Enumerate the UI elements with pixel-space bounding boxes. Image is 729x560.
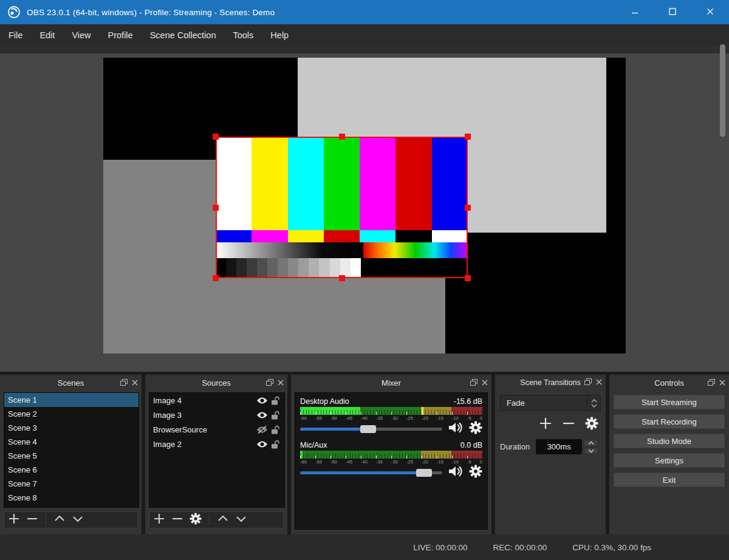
- close-button[interactable]: [691, 0, 729, 24]
- visibility-eye-icon[interactable]: [255, 397, 269, 405]
- sources-panel-titlebar: Sources: [145, 375, 287, 391]
- control-button[interactable]: Studio Mode: [614, 434, 725, 448]
- remove-source-button[interactable]: [171, 513, 183, 527]
- close-panel-icon[interactable]: [482, 378, 488, 388]
- close-panel-icon[interactable]: [596, 378, 602, 387]
- resize-handle-bottom-left[interactable]: [213, 275, 219, 281]
- minimize-button[interactable]: [616, 0, 654, 24]
- move-scene-up-button[interactable]: [53, 513, 66, 527]
- color-bar: [288, 137, 324, 230]
- staircase-step: [247, 258, 257, 278]
- staircase-step: [278, 258, 288, 278]
- selected-source-test-pattern[interactable]: [216, 137, 468, 278]
- staircase-black-fill: [361, 258, 468, 278]
- float-panel-icon[interactable]: [584, 378, 592, 387]
- scenes-scrollbar[interactable]: [720, 44, 725, 137]
- db-scale-label: -20: [422, 415, 428, 421]
- staircase-step: [236, 258, 247, 278]
- color-bar: [432, 137, 468, 230]
- channel-settings-gear-icon[interactable]: [469, 421, 482, 437]
- duration-increase-button[interactable]: [584, 440, 598, 446]
- remove-transition-button[interactable]: [562, 417, 575, 432]
- control-button[interactable]: Settings: [614, 453, 725, 468]
- add-transition-button[interactable]: [539, 417, 552, 432]
- move-source-up-button[interactable]: [217, 513, 229, 527]
- close-panel-icon[interactable]: [278, 378, 284, 388]
- control-button[interactable]: Start Recording: [614, 414, 725, 429]
- close-panel-icon[interactable]: [132, 378, 138, 388]
- control-button[interactable]: Exit: [614, 473, 725, 487]
- menu-item[interactable]: File: [0, 24, 31, 46]
- db-scale-label: -25: [406, 459, 413, 465]
- scene-list-item[interactable]: Scene 1: [4, 393, 139, 407]
- volume-slider-handle[interactable]: [360, 425, 376, 433]
- visibility-eye-icon[interactable]: [255, 440, 269, 448]
- resize-handle-top-left[interactable]: [213, 134, 219, 140]
- scenes-panel: Scenes Scene 1Scene 2Scene 3Scene 4Scene…: [0, 375, 142, 534]
- add-scene-button[interactable]: [8, 513, 20, 527]
- scene-list-item[interactable]: Scene 3: [4, 421, 139, 435]
- window-title: OBS 23.0.1 (64-bit, windows) - Profile: …: [27, 8, 275, 17]
- db-scale-label: -20: [422, 459, 428, 465]
- move-source-down-button[interactable]: [235, 513, 247, 527]
- resize-handle-bottom-middle[interactable]: [339, 275, 345, 281]
- source-list-item[interactable]: BrowserSource: [149, 422, 284, 437]
- duration-decrease-button[interactable]: [584, 448, 598, 454]
- resize-handle-middle-left[interactable]: [213, 205, 219, 211]
- toolbar-separator: [209, 514, 210, 525]
- resize-handle-middle-right[interactable]: [465, 205, 471, 211]
- scenes-panel-titlebar: Scenes: [0, 375, 142, 391]
- speaker-icon[interactable]: [448, 465, 464, 480]
- menu-item[interactable]: Tools: [224, 24, 262, 46]
- unlocked-padlock-icon[interactable]: [269, 396, 281, 405]
- unlocked-padlock-icon[interactable]: [269, 425, 281, 434]
- source-list-item[interactable]: Image 2: [149, 437, 284, 451]
- move-scene-down-button[interactable]: [72, 513, 84, 527]
- sources-panel: Sources Image 4 Image 3: [145, 375, 287, 534]
- menu-item[interactable]: Help: [262, 24, 297, 46]
- menu-item[interactable]: View: [63, 24, 99, 46]
- channel-db-value: 0.0 dB: [460, 441, 482, 449]
- volume-slider[interactable]: [300, 471, 442, 474]
- unlocked-padlock-icon[interactable]: [269, 440, 281, 449]
- float-panel-icon[interactable]: [266, 378, 273, 388]
- scene-list-item[interactable]: Scene 4: [4, 435, 139, 449]
- transition-select[interactable]: Fade: [500, 395, 601, 411]
- remove-scene-button[interactable]: [26, 513, 38, 527]
- maximize-button[interactable]: [654, 0, 691, 24]
- speaker-icon[interactable]: [448, 421, 464, 437]
- scene-list-item[interactable]: Scene 5: [4, 449, 139, 463]
- menu-item[interactable]: Scene Collection: [142, 24, 225, 46]
- visibility-eye-icon[interactable]: [255, 411, 269, 419]
- scene-list-item[interactable]: Scene 8: [4, 491, 139, 505]
- scene-list-item[interactable]: Scene 7: [4, 477, 139, 491]
- float-panel-icon[interactable]: [120, 378, 128, 388]
- source-list-item[interactable]: Image 4: [149, 393, 284, 408]
- scene-transitions-panel: Scene Transitions Fade Duration 300ms: [495, 375, 606, 534]
- channel-settings-gear-icon[interactable]: [469, 465, 482, 480]
- control-button[interactable]: Start Streaming: [614, 395, 725, 409]
- resize-handle-top-middle[interactable]: [339, 134, 345, 140]
- source-properties-gear-icon[interactable]: [190, 513, 202, 527]
- scene-list-item[interactable]: Scene 2: [4, 407, 139, 421]
- preview-top-shade: [0, 46, 729, 53]
- duration-input[interactable]: 300ms: [536, 439, 582, 454]
- volume-slider[interactable]: [300, 428, 442, 431]
- source-list-item[interactable]: Image 3: [149, 408, 284, 422]
- scene-list-item[interactable]: Scene 9: [4, 505, 139, 508]
- close-panel-icon[interactable]: [719, 378, 725, 388]
- volume-slider-handle[interactable]: [416, 469, 432, 477]
- mixer-channel-desktop-audio: Desktop Audio -15.6 dB -60-55-50-45-40-3…: [300, 396, 482, 434]
- float-panel-icon[interactable]: [708, 378, 715, 388]
- resize-handle-top-right[interactable]: [465, 134, 471, 140]
- transition-properties-gear-icon[interactable]: [585, 417, 598, 432]
- add-source-button[interactable]: [153, 513, 165, 527]
- menu-item[interactable]: Profile: [100, 24, 142, 46]
- menu-item[interactable]: Edit: [31, 24, 63, 46]
- float-panel-icon[interactable]: [470, 378, 477, 388]
- visibility-eye-slash-icon[interactable]: [255, 426, 269, 434]
- resize-handle-bottom-right[interactable]: [465, 275, 471, 281]
- unlocked-padlock-icon[interactable]: [269, 411, 281, 420]
- test-pattern-color-bars: [216, 137, 468, 230]
- scene-list-item[interactable]: Scene 6: [4, 463, 139, 477]
